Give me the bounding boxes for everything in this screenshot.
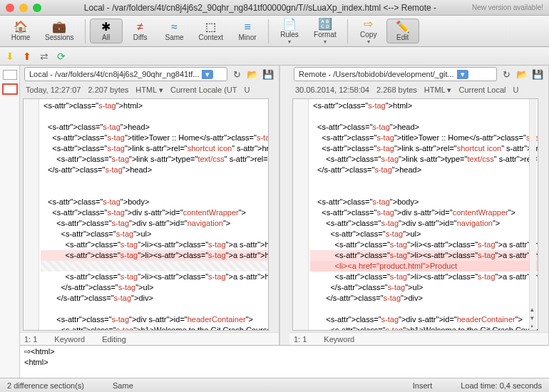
code-line[interactable]: <s-attr">class="s-tag">h1>Welcome to the… — [41, 325, 268, 330]
folder-icon[interactable]: 📂 — [246, 68, 259, 81]
code-line[interactable]: <li><a href="product.html">Product — [310, 261, 538, 272]
line-ending[interactable]: U — [244, 86, 250, 94]
save-icon[interactable]: 💾 — [262, 68, 274, 81]
code-line[interactable]: <s-attr">class="s-tag">div s-attr">id="h… — [41, 314, 268, 325]
code-line[interactable]: <s-attr">class="s-tag">head> — [310, 122, 538, 133]
code-line[interactable]: ⌐ <s-attr">class="s-tag">li><s-attr">cla… — [310, 250, 538, 261]
folder-icon[interactable]: 📂 — [515, 68, 528, 81]
code-line[interactable]: <s-attr">class="s-tag">title>Tower :: Ho… — [41, 133, 268, 143]
code-line[interactable]: <s-attr">class="s-tag">div s-attr">id="n… — [310, 218, 538, 229]
code-line[interactable]: <s-attr">class="s-tag">li><s-attr">class… — [41, 272, 268, 282]
code-line[interactable] — [41, 175, 268, 186]
code-line[interactable]: <s-attr">class="s-tag">li><s-attr">class… — [310, 272, 538, 282]
scroll-down-icon[interactable]: ▾ — [528, 314, 535, 321]
code-line[interactable]: <s-attr">class="s-tag">div s-attr">id="h… — [310, 314, 538, 325]
chevron-down-icon[interactable]: ▾ — [457, 70, 468, 79]
scroll-dot-icon[interactable]: • — [528, 323, 535, 330]
close-button[interactable] — [6, 4, 14, 12]
code-line[interactable]: <s-attr">class="s-tag">link s-attr">type… — [310, 154, 538, 165]
code-line[interactable]: <s-attr">class="s-tag">ul> — [41, 229, 268, 239]
right-code[interactable]: <s-attr">class="s-tag">html> <s-attr">cl… — [309, 99, 538, 330]
filetype[interactable]: HTML ▾ — [424, 86, 452, 95]
context-icon: ⬚ — [205, 21, 216, 33]
all-button[interactable]: ✱All — [90, 19, 123, 43]
edit-button[interactable]: ✏️Edit — [386, 19, 419, 43]
code-line[interactable]: <s-attr">class="s-tag">div s-attr">id="c… — [310, 207, 538, 218]
code-line[interactable]: <s-attr">class="s-tag">li><s-attr">class… — [310, 239, 538, 250]
code-line[interactable]: </s-attr">class="s-tag">ul> — [310, 282, 538, 293]
encoding[interactable]: Current Local — [458, 86, 506, 94]
context-button[interactable]: ⬚Context — [193, 19, 230, 43]
code-line[interactable]: <s-attr">class="s-tag">ul> — [310, 229, 538, 239]
filetype[interactable]: HTML ▾ — [135, 86, 163, 95]
code-line[interactable]: </s-attr">class="s-tag">ul> — [41, 282, 268, 293]
preview-line: <html> — [24, 358, 545, 368]
same-button[interactable]: ≈Same — [158, 19, 191, 43]
code-line[interactable]: <s-attr">class="s-tag">link s-attr">type… — [41, 154, 268, 165]
code-line[interactable]: <s-attr">class="s-tag">body> — [310, 197, 538, 207]
scrollbar[interactable]: ▴ ▾ • — [529, 99, 536, 330]
copy-button[interactable]: ⇨Copy▾ — [352, 16, 385, 47]
prev-diff-up[interactable]: ⬆ — [21, 51, 33, 62]
code-line[interactable] — [310, 186, 538, 197]
right-editor[interactable]: <s-attr">class="s-tag">html> <s-attr">cl… — [292, 98, 538, 331]
code-line[interactable]: <s-attr">class="s-tag">link s-attr">rel=… — [310, 143, 538, 154]
code-line[interactable] — [310, 304, 538, 314]
next-diff-down[interactable]: ⬇ — [4, 51, 16, 62]
minor-button[interactable]: ≡Minor — [231, 19, 264, 43]
code-line[interactable]: <s-attr">class="s-tag">title>Tower :: Ho… — [310, 133, 538, 143]
code-line[interactable]: </s-attr">class="s-tag">head> — [310, 165, 538, 175]
thumbnail[interactable] — [3, 70, 17, 80]
cursor-pos: 1: 1 — [24, 335, 37, 344]
format-icon: 🔠 — [318, 18, 332, 31]
code-line[interactable]: </s-attr">class="s-tag">div> — [310, 293, 538, 304]
diffs-button[interactable]: ≠Diffs — [124, 19, 157, 43]
swap-button[interactable]: ⇄ — [39, 51, 50, 62]
reload-icon[interactable]: ↻ — [230, 68, 243, 81]
sessions-button[interactable]: 💼Sessions — [39, 19, 81, 43]
right-path-input[interactable]: Remote - /Users/tobidobi/development/_gi… — [294, 67, 497, 81]
right-meta: 30.06.2014, 12:58:04 2.268 bytes HTML ▾ … — [289, 83, 548, 97]
chevron-down-icon[interactable]: ▾ — [202, 70, 213, 79]
code-line[interactable] — [41, 186, 268, 197]
home-button[interactable]: 🏠Home — [4, 19, 37, 43]
all-icon: ✱ — [101, 21, 111, 33]
refresh-button[interactable]: ⟳ — [56, 51, 67, 62]
code-line[interactable]: <s-attr">class="s-tag">html> — [310, 100, 538, 111]
center-scrollbar[interactable] — [279, 66, 289, 345]
code-line[interactable]: <s-attr">class="s-tag">h1>Welcome to the… — [310, 325, 538, 330]
encoding[interactable]: Current Locale (UT — [170, 86, 237, 94]
code-line[interactable]: </s-attr">class="s-tag">div> — [41, 293, 268, 304]
update-hint[interactable]: New version available! — [472, 4, 543, 11]
rules-icon: 📄 — [282, 18, 297, 31]
code-line[interactable]: </s-attr">class="s-tag">head> — [41, 165, 268, 175]
rules-button[interactable]: 📄Rules▾ — [273, 16, 306, 47]
save-icon[interactable]: 💾 — [531, 68, 544, 81]
left-code[interactable]: <s-attr">class="s-tag">html> <s-attr">cl… — [39, 99, 268, 330]
zoom-button[interactable] — [33, 4, 41, 12]
reload-icon[interactable]: ↻ — [500, 68, 513, 81]
code-line[interactable]: <s-attr">class="s-tag">head> — [41, 122, 268, 133]
separator — [268, 19, 269, 43]
left-editor[interactable]: <s-attr">class="s-tag">html> <s-attr">cl… — [23, 98, 269, 331]
scroll-up-icon[interactable]: ▴ — [528, 306, 535, 313]
code-line[interactable]: <s-attr">class="s-tag">html> — [41, 100, 268, 111]
merge-preview[interactable]: ⇨<html> <html> — [20, 345, 549, 378]
code-line[interactable]: <s-attr">class="s-tag">li><s-attr">class… — [41, 239, 268, 250]
code-line[interactable] — [41, 304, 268, 314]
code-line[interactable] — [41, 111, 268, 122]
sessions-icon: 💼 — [52, 21, 66, 33]
code-line[interactable]: <s-attr">class="s-tag">div s-attr">id="n… — [41, 218, 268, 229]
minimize-button[interactable] — [19, 4, 28, 12]
code-line[interactable]: ⌐ — [41, 261, 268, 272]
code-line[interactable]: <s-attr">class="s-tag">div s-attr">id="c… — [41, 207, 268, 218]
left-path-input[interactable]: Local - /var/folders/4t/cn8j4j6s2_90qhr_… — [24, 67, 227, 81]
format-button[interactable]: 🔠Format▾ — [307, 16, 343, 47]
code-line[interactable]: ⇨ <s-attr">class="s-tag">li><s-attr">cla… — [41, 250, 268, 261]
line-ending[interactable]: U — [513, 86, 519, 94]
code-line[interactable]: <s-attr">class="s-tag">link s-attr">rel=… — [41, 143, 268, 154]
thumbnail-selected[interactable] — [3, 84, 17, 94]
code-line[interactable] — [310, 111, 538, 122]
code-line[interactable] — [310, 175, 538, 186]
code-line[interactable]: <s-attr">class="s-tag">body> — [41, 197, 268, 207]
